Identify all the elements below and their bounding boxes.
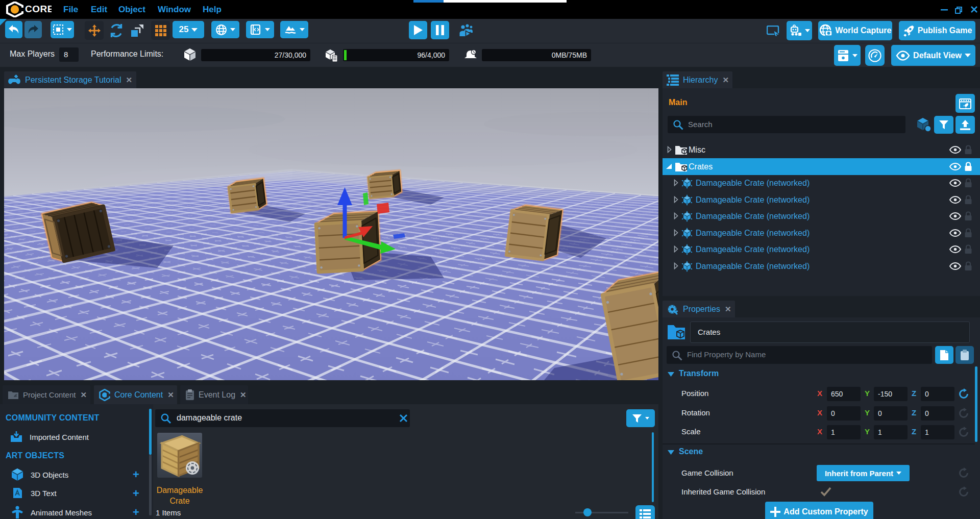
svg-text:CORE: CORE <box>25 4 52 14</box>
